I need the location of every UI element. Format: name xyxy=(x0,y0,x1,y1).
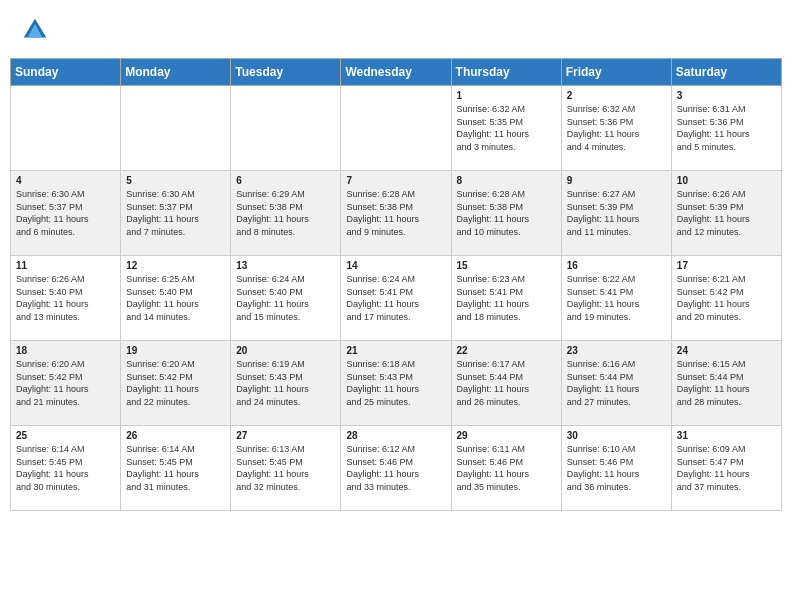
calendar-day-cell: 20Sunrise: 6:19 AM Sunset: 5:43 PM Dayli… xyxy=(231,341,341,426)
day-number: 31 xyxy=(677,430,776,441)
day-info: Sunrise: 6:28 AM Sunset: 5:38 PM Dayligh… xyxy=(457,188,556,238)
calendar-day-cell: 21Sunrise: 6:18 AM Sunset: 5:43 PM Dayli… xyxy=(341,341,451,426)
calendar-day-cell: 2Sunrise: 6:32 AM Sunset: 5:36 PM Daylig… xyxy=(561,86,671,171)
weekday-header-sunday: Sunday xyxy=(11,59,121,86)
day-number: 6 xyxy=(236,175,335,186)
day-number: 8 xyxy=(457,175,556,186)
day-number: 21 xyxy=(346,345,445,356)
calendar-week-row: 1Sunrise: 6:32 AM Sunset: 5:35 PM Daylig… xyxy=(11,86,782,171)
day-info: Sunrise: 6:15 AM Sunset: 5:44 PM Dayligh… xyxy=(677,358,776,408)
calendar-day-cell: 18Sunrise: 6:20 AM Sunset: 5:42 PM Dayli… xyxy=(11,341,121,426)
day-number: 17 xyxy=(677,260,776,271)
weekday-header-monday: Monday xyxy=(121,59,231,86)
weekday-header-saturday: Saturday xyxy=(671,59,781,86)
day-info: Sunrise: 6:14 AM Sunset: 5:45 PM Dayligh… xyxy=(126,443,225,493)
day-number: 15 xyxy=(457,260,556,271)
calendar-day-cell: 31Sunrise: 6:09 AM Sunset: 5:47 PM Dayli… xyxy=(671,426,781,511)
calendar-day-cell: 5Sunrise: 6:30 AM Sunset: 5:37 PM Daylig… xyxy=(121,171,231,256)
day-info: Sunrise: 6:10 AM Sunset: 5:46 PM Dayligh… xyxy=(567,443,666,493)
day-info: Sunrise: 6:25 AM Sunset: 5:40 PM Dayligh… xyxy=(126,273,225,323)
day-number: 22 xyxy=(457,345,556,356)
day-number: 5 xyxy=(126,175,225,186)
calendar-day-cell: 24Sunrise: 6:15 AM Sunset: 5:44 PM Dayli… xyxy=(671,341,781,426)
calendar-week-row: 4Sunrise: 6:30 AM Sunset: 5:37 PM Daylig… xyxy=(11,171,782,256)
calendar-day-cell: 7Sunrise: 6:28 AM Sunset: 5:38 PM Daylig… xyxy=(341,171,451,256)
calendar-day-cell: 11Sunrise: 6:26 AM Sunset: 5:40 PM Dayli… xyxy=(11,256,121,341)
day-number: 30 xyxy=(567,430,666,441)
day-info: Sunrise: 6:28 AM Sunset: 5:38 PM Dayligh… xyxy=(346,188,445,238)
day-number: 14 xyxy=(346,260,445,271)
day-number: 24 xyxy=(677,345,776,356)
day-info: Sunrise: 6:17 AM Sunset: 5:44 PM Dayligh… xyxy=(457,358,556,408)
day-info: Sunrise: 6:30 AM Sunset: 5:37 PM Dayligh… xyxy=(16,188,115,238)
day-number: 13 xyxy=(236,260,335,271)
calendar-day-cell: 26Sunrise: 6:14 AM Sunset: 5:45 PM Dayli… xyxy=(121,426,231,511)
weekday-header-thursday: Thursday xyxy=(451,59,561,86)
day-info: Sunrise: 6:29 AM Sunset: 5:38 PM Dayligh… xyxy=(236,188,335,238)
day-number: 23 xyxy=(567,345,666,356)
logo-icon xyxy=(20,15,50,45)
calendar-day-cell: 23Sunrise: 6:16 AM Sunset: 5:44 PM Dayli… xyxy=(561,341,671,426)
day-info: Sunrise: 6:24 AM Sunset: 5:41 PM Dayligh… xyxy=(346,273,445,323)
weekday-header-row: SundayMondayTuesdayWednesdayThursdayFrid… xyxy=(11,59,782,86)
day-number: 1 xyxy=(457,90,556,101)
day-number: 20 xyxy=(236,345,335,356)
calendar-day-cell: 4Sunrise: 6:30 AM Sunset: 5:37 PM Daylig… xyxy=(11,171,121,256)
day-info: Sunrise: 6:18 AM Sunset: 5:43 PM Dayligh… xyxy=(346,358,445,408)
calendar-day-cell: 22Sunrise: 6:17 AM Sunset: 5:44 PM Dayli… xyxy=(451,341,561,426)
day-info: Sunrise: 6:21 AM Sunset: 5:42 PM Dayligh… xyxy=(677,273,776,323)
calendar-day-cell: 19Sunrise: 6:20 AM Sunset: 5:42 PM Dayli… xyxy=(121,341,231,426)
calendar-week-row: 18Sunrise: 6:20 AM Sunset: 5:42 PM Dayli… xyxy=(11,341,782,426)
calendar-day-cell: 10Sunrise: 6:26 AM Sunset: 5:39 PM Dayli… xyxy=(671,171,781,256)
page-header xyxy=(10,10,782,50)
day-number: 28 xyxy=(346,430,445,441)
day-number: 16 xyxy=(567,260,666,271)
day-info: Sunrise: 6:12 AM Sunset: 5:46 PM Dayligh… xyxy=(346,443,445,493)
calendar-day-cell: 1Sunrise: 6:32 AM Sunset: 5:35 PM Daylig… xyxy=(451,86,561,171)
calendar-day-cell: 8Sunrise: 6:28 AM Sunset: 5:38 PM Daylig… xyxy=(451,171,561,256)
calendar-day-cell: 29Sunrise: 6:11 AM Sunset: 5:46 PM Dayli… xyxy=(451,426,561,511)
calendar-day-cell xyxy=(121,86,231,171)
day-info: Sunrise: 6:23 AM Sunset: 5:41 PM Dayligh… xyxy=(457,273,556,323)
calendar-day-cell: 17Sunrise: 6:21 AM Sunset: 5:42 PM Dayli… xyxy=(671,256,781,341)
day-info: Sunrise: 6:11 AM Sunset: 5:46 PM Dayligh… xyxy=(457,443,556,493)
day-number: 19 xyxy=(126,345,225,356)
calendar-day-cell: 14Sunrise: 6:24 AM Sunset: 5:41 PM Dayli… xyxy=(341,256,451,341)
day-info: Sunrise: 6:32 AM Sunset: 5:35 PM Dayligh… xyxy=(457,103,556,153)
calendar-day-cell: 28Sunrise: 6:12 AM Sunset: 5:46 PM Dayli… xyxy=(341,426,451,511)
logo xyxy=(20,15,56,45)
day-number: 11 xyxy=(16,260,115,271)
calendar-day-cell: 27Sunrise: 6:13 AM Sunset: 5:45 PM Dayli… xyxy=(231,426,341,511)
calendar-week-row: 11Sunrise: 6:26 AM Sunset: 5:40 PM Dayli… xyxy=(11,256,782,341)
day-number: 3 xyxy=(677,90,776,101)
day-info: Sunrise: 6:24 AM Sunset: 5:40 PM Dayligh… xyxy=(236,273,335,323)
calendar-day-cell: 6Sunrise: 6:29 AM Sunset: 5:38 PM Daylig… xyxy=(231,171,341,256)
calendar-day-cell: 3Sunrise: 6:31 AM Sunset: 5:36 PM Daylig… xyxy=(671,86,781,171)
weekday-header-wednesday: Wednesday xyxy=(341,59,451,86)
calendar-day-cell xyxy=(11,86,121,171)
calendar-day-cell xyxy=(341,86,451,171)
day-number: 12 xyxy=(126,260,225,271)
day-info: Sunrise: 6:14 AM Sunset: 5:45 PM Dayligh… xyxy=(16,443,115,493)
day-info: Sunrise: 6:13 AM Sunset: 5:45 PM Dayligh… xyxy=(236,443,335,493)
day-info: Sunrise: 6:22 AM Sunset: 5:41 PM Dayligh… xyxy=(567,273,666,323)
calendar-day-cell: 9Sunrise: 6:27 AM Sunset: 5:39 PM Daylig… xyxy=(561,171,671,256)
day-info: Sunrise: 6:09 AM Sunset: 5:47 PM Dayligh… xyxy=(677,443,776,493)
day-info: Sunrise: 6:27 AM Sunset: 5:39 PM Dayligh… xyxy=(567,188,666,238)
day-number: 27 xyxy=(236,430,335,441)
day-info: Sunrise: 6:31 AM Sunset: 5:36 PM Dayligh… xyxy=(677,103,776,153)
calendar-day-cell: 15Sunrise: 6:23 AM Sunset: 5:41 PM Dayli… xyxy=(451,256,561,341)
day-number: 25 xyxy=(16,430,115,441)
calendar-day-cell: 12Sunrise: 6:25 AM Sunset: 5:40 PM Dayli… xyxy=(121,256,231,341)
day-info: Sunrise: 6:26 AM Sunset: 5:40 PM Dayligh… xyxy=(16,273,115,323)
day-info: Sunrise: 6:20 AM Sunset: 5:42 PM Dayligh… xyxy=(126,358,225,408)
day-number: 26 xyxy=(126,430,225,441)
weekday-header-tuesday: Tuesday xyxy=(231,59,341,86)
day-number: 4 xyxy=(16,175,115,186)
day-info: Sunrise: 6:26 AM Sunset: 5:39 PM Dayligh… xyxy=(677,188,776,238)
weekday-header-friday: Friday xyxy=(561,59,671,86)
day-info: Sunrise: 6:16 AM Sunset: 5:44 PM Dayligh… xyxy=(567,358,666,408)
day-info: Sunrise: 6:19 AM Sunset: 5:43 PM Dayligh… xyxy=(236,358,335,408)
calendar-day-cell xyxy=(231,86,341,171)
calendar-day-cell: 25Sunrise: 6:14 AM Sunset: 5:45 PM Dayli… xyxy=(11,426,121,511)
